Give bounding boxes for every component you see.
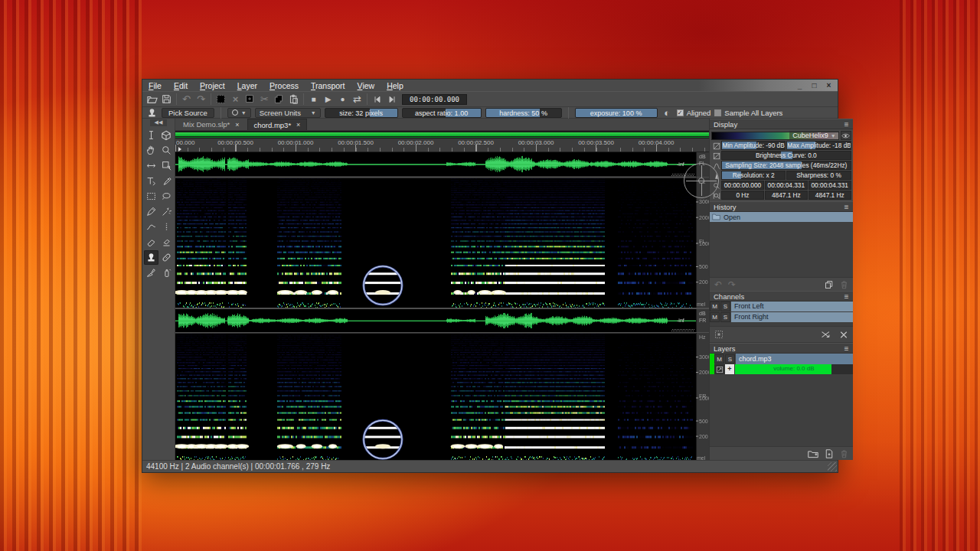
clone-stamp-tool[interactable] (144, 250, 158, 265)
min-amplitude-slider[interactable]: Min Amplitude: -90 dB (721, 141, 786, 150)
overview-navigation-bar[interactable] (175, 131, 709, 139)
eye-icon[interactable] (841, 131, 851, 140)
undo-icon[interactable]: ↶ (179, 93, 194, 106)
solo-button[interactable]: S (720, 312, 730, 322)
add-icon[interactable]: + (725, 364, 734, 374)
trash-icon[interactable] (840, 280, 848, 289)
x-icon[interactable] (839, 331, 848, 339)
3d-display-tool[interactable] (159, 128, 174, 142)
maximize-button[interactable]: □ (808, 80, 820, 90)
stop-icon[interactable]: ■ (306, 93, 321, 106)
menu-layer[interactable]: Layer (231, 81, 263, 90)
menu-file[interactable]: File (142, 81, 168, 90)
close-tab-icon[interactable]: × (235, 121, 239, 129)
menu-view[interactable]: View (351, 81, 381, 90)
redo-icon[interactable]: ↷ (194, 93, 208, 106)
copy-icon[interactable] (272, 93, 286, 106)
freq-range-field[interactable]: 4847.1 Hz (808, 191, 851, 200)
panel-menu-icon[interactable]: ≡ (844, 292, 849, 301)
sample-all-layers-checkbox[interactable]: Sample All Layers (714, 109, 782, 117)
time-end-field[interactable]: 00:00:04.331 (765, 181, 808, 190)
rectangular-selection-tool[interactable] (144, 189, 158, 204)
frequency-selection-tool[interactable] (159, 220, 174, 234)
collapse-palette-button[interactable]: ◀◀ (150, 119, 167, 126)
gain-brush-tool[interactable] (144, 266, 158, 280)
mute-button[interactable]: M (714, 354, 724, 364)
time-selection-tool[interactable] (144, 128, 158, 142)
contrast-icon[interactable]: ◐ (662, 106, 673, 119)
size-slider[interactable]: size: 32 pixels (325, 108, 398, 118)
magic-wand-tool[interactable] (159, 204, 174, 219)
delete-icon[interactable]: × (228, 93, 243, 106)
go-start-icon[interactable] (370, 93, 384, 106)
save-project-icon[interactable] (159, 93, 174, 106)
hardness-slider[interactable]: hardness: 50 % (485, 108, 562, 118)
brightness-curve-icon[interactable] (711, 151, 721, 161)
panel-menu-icon[interactable]: ≡ (844, 344, 849, 353)
editor-canvas[interactable] (175, 152, 709, 461)
units-dropdown[interactable]: Screen Units▼ (255, 108, 321, 118)
layer-chord-mp3[interactable]: M S chord.mp3 + volume: 0.0 dB (710, 354, 853, 374)
brush-shape-dropdown[interactable]: ▼ (227, 108, 251, 118)
resolution-slider[interactable]: Resolution: x 2 (721, 171, 786, 180)
go-end-icon[interactable] (384, 93, 399, 106)
type-transform-tool[interactable] (144, 174, 158, 188)
solo-button[interactable]: S (720, 302, 730, 311)
amplitude-map-icon[interactable] (711, 141, 721, 151)
menu-edit[interactable]: Edit (168, 81, 194, 90)
play-icon[interactable]: ▶ (321, 93, 335, 106)
exposure-slider[interactable]: exposure: 100 % (575, 108, 658, 118)
new-layer-icon[interactable] (825, 449, 834, 458)
menu-help[interactable]: Help (381, 81, 410, 90)
crossing-arrows-icon[interactable] (821, 331, 831, 339)
zoom-tool[interactable] (159, 143, 174, 158)
layer-volume-slider[interactable]: volume: 0.0 dB (735, 364, 853, 374)
undo-icon[interactable]: ↶ (714, 279, 722, 290)
tab-chord-mp3[interactable]: chord.mp3*× (247, 119, 308, 130)
colormap-dropdown[interactable]: CubeHelix9▼ (789, 131, 838, 140)
mute-button[interactable]: M (710, 302, 720, 311)
time-ruler[interactable]: 00.000 00:00:00.500 00:00:01.000 00:00:0… (175, 139, 709, 152)
healing-brush-tool[interactable] (159, 250, 174, 265)
marquee-icon[interactable] (714, 330, 724, 339)
brush-selection-tool[interactable] (144, 204, 158, 219)
tab-mix-demo[interactable]: Mix Demo.slp*× (177, 119, 246, 130)
move-tool[interactable] (144, 158, 158, 173)
trash-icon[interactable] (840, 449, 848, 458)
channel-front-left[interactable]: M S Front Left (710, 302, 853, 311)
sharpness-slider[interactable]: Sharpness: 0 % (786, 171, 851, 180)
pan-tool[interactable] (144, 143, 158, 158)
sampling-size-slider[interactable]: Sampling Size: 2048 samples (46ms/22Hz) (721, 161, 851, 170)
spray-tool[interactable] (159, 266, 174, 280)
solo-button[interactable]: S (725, 354, 735, 364)
menu-project[interactable]: Project (194, 81, 231, 90)
panel-menu-icon[interactable]: ≡ (844, 120, 849, 129)
resize-grip[interactable] (828, 462, 837, 471)
time-start-field[interactable]: 00:00:00.000 (721, 181, 764, 190)
history-item-open[interactable]: Open (710, 212, 853, 222)
duplicate-icon[interactable] (825, 280, 834, 289)
loop-icon[interactable]: ⇄ (350, 93, 364, 106)
open-project-icon[interactable] (145, 93, 159, 106)
select-none-icon[interactable] (214, 93, 228, 106)
navigation-wheel[interactable] (684, 163, 719, 198)
eraser-tool[interactable] (144, 235, 158, 249)
brightness-curve-slider[interactable]: Brightness Curve: 0.0 (721, 151, 851, 160)
freq-end-field[interactable]: 4847.1 Hz (765, 191, 808, 200)
cut-icon[interactable]: ✂ (257, 93, 272, 106)
freq-start-field[interactable]: 0 Hz (721, 191, 764, 200)
menu-transport[interactable]: Transport (305, 81, 351, 90)
transport-time-display[interactable]: 00:00:00.000 (402, 94, 467, 105)
minimize-button[interactable]: _ (794, 80, 805, 90)
new-group-icon[interactable] (808, 449, 818, 458)
mute-button[interactable]: M (710, 312, 720, 322)
transform-tool[interactable] (159, 158, 174, 173)
max-amplitude-slider[interactable]: Max Amplitude: -18 dB (786, 141, 851, 150)
layer-mode-icon[interactable] (714, 364, 724, 374)
panel-menu-icon[interactable]: ≡ (844, 203, 849, 211)
aspect-ratio-slider[interactable]: aspect ratio: 1.00 (402, 108, 482, 118)
pick-source-button[interactable]: Pick Source (162, 108, 214, 118)
time-length-field[interactable]: 00:00:04.331 (808, 181, 851, 190)
eyedropper-tool[interactable] (159, 174, 174, 188)
close-button[interactable]: × (823, 80, 835, 90)
